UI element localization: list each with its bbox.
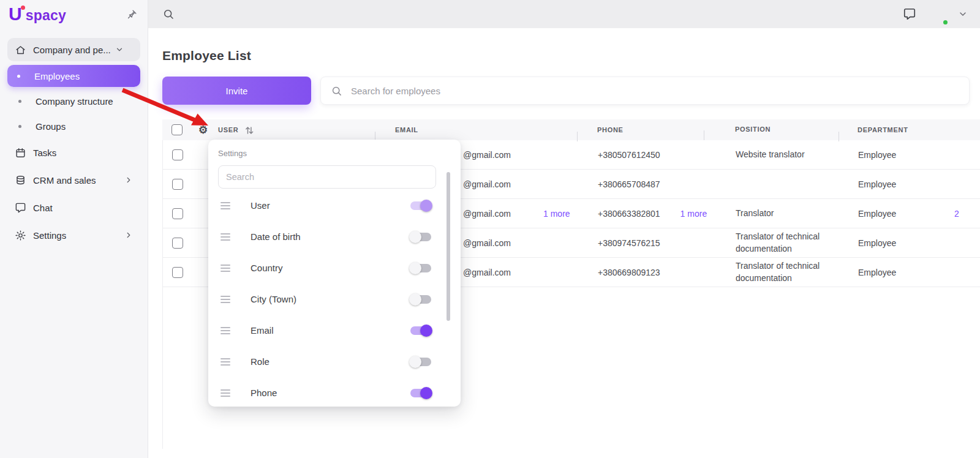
column-toggle-row-email: Email xyxy=(218,315,461,346)
table-header: ⚙ USER EMAIL PHONE POSITION DEPARTMENT xyxy=(162,119,980,140)
department-cell: Employee xyxy=(839,150,944,160)
sidebar-item-label: Company structure xyxy=(36,96,113,107)
row-checkbox[interactable] xyxy=(172,208,183,219)
position-cell: Website translator xyxy=(704,149,839,161)
sidebar-item-crm-and-sales[interactable]: CRM and sales xyxy=(7,168,140,192)
popup-column-list: User Date of birth Country City (Town) E… xyxy=(218,190,461,407)
page-title: Employee List xyxy=(162,48,980,63)
email-cell: @gmail.com xyxy=(463,238,511,248)
sidebar-item-label: CRM and sales xyxy=(33,175,96,186)
column-label: City (Town) xyxy=(251,294,410,304)
gear-icon xyxy=(15,230,26,241)
toggle-country[interactable] xyxy=(410,264,431,272)
position-cell: Translator of technical documentation xyxy=(704,231,839,255)
toggle-date-of-birth[interactable] xyxy=(410,233,431,241)
phone-cell: +380669809123 xyxy=(598,268,660,277)
global-search-icon[interactable] xyxy=(162,8,175,20)
toolbar: Invite xyxy=(162,77,980,105)
employee-search-input[interactable] xyxy=(350,85,959,97)
extra-count-link[interactable]: 2 xyxy=(954,209,959,219)
sidebar-item-tasks[interactable]: Tasks xyxy=(7,140,140,165)
messages-icon[interactable] xyxy=(903,7,916,21)
department-cell: Employee xyxy=(839,238,944,248)
sidebar-item-label: Groups xyxy=(36,121,66,132)
drag-handle-icon[interactable] xyxy=(221,265,230,272)
popup-title: Settings xyxy=(218,149,461,158)
header-department: DEPARTMENT xyxy=(858,126,908,133)
column-label: Role xyxy=(251,356,410,367)
column-label: Email xyxy=(251,325,410,336)
department-cell: Employee xyxy=(839,268,944,277)
logo-dot-icon xyxy=(21,6,25,10)
sidebar-nav: Company and pe... Employees Company stru… xyxy=(0,28,148,247)
employee-search xyxy=(320,77,970,105)
chevron-right-icon xyxy=(124,231,133,239)
phone-cell: +380663382801 xyxy=(598,209,660,219)
logo-letter: U xyxy=(9,5,22,23)
bullet-icon xyxy=(18,100,21,103)
column-label: Country xyxy=(251,263,410,273)
position-cell: Translator of technical documentation xyxy=(704,260,839,284)
drag-handle-icon[interactable] xyxy=(221,296,230,303)
row-checkbox[interactable] xyxy=(172,238,183,249)
sidebar-item-settings[interactable]: Settings xyxy=(7,223,140,247)
topbar xyxy=(148,0,980,28)
invite-button[interactable]: Invite xyxy=(162,77,311,105)
select-all-checkbox[interactable] xyxy=(172,124,183,135)
sidebar-item-chat[interactable]: Chat xyxy=(7,195,140,220)
drag-handle-icon[interactable] xyxy=(221,202,230,209)
popup-search-input[interactable] xyxy=(218,165,436,189)
chevron-right-icon xyxy=(124,176,133,184)
column-toggle-row-country: Country xyxy=(218,252,461,283)
account-menu-chevron-icon[interactable] xyxy=(958,9,968,19)
header-position: POSITION xyxy=(735,126,771,133)
chevron-down-icon xyxy=(115,45,124,54)
logo-text: spacy xyxy=(26,7,66,24)
header-user: USER xyxy=(218,126,238,133)
column-toggle-row-date-of-birth: Date of birth xyxy=(218,221,461,252)
toggle-city[interactable] xyxy=(410,295,431,304)
toggle-role[interactable] xyxy=(410,358,431,366)
toggle-email[interactable] xyxy=(410,326,431,335)
email-cell: @gmail.com xyxy=(463,268,511,277)
column-settings-gear-icon[interactable]: ⚙ xyxy=(198,125,208,135)
drag-handle-icon[interactable] xyxy=(221,327,230,334)
drag-handle-icon[interactable] xyxy=(221,358,230,366)
row-checkbox[interactable] xyxy=(172,267,183,278)
bullet-icon xyxy=(18,125,21,128)
department-cell: Employee xyxy=(839,209,944,219)
logo-row: U spacy xyxy=(0,0,148,28)
row-checkbox[interactable] xyxy=(172,179,183,190)
sidebar-item-label: Settings xyxy=(33,230,66,241)
header-phone: PHONE xyxy=(597,126,624,133)
drag-handle-icon[interactable] xyxy=(221,233,230,241)
home-icon xyxy=(15,44,26,56)
sidebar-item-company-and-people[interactable]: Company and pe... xyxy=(7,38,140,61)
search-icon xyxy=(331,85,342,97)
pin-sidebar-icon[interactable] xyxy=(126,9,138,20)
column-settings-popup: Settings User Date of birth Country City… xyxy=(208,140,461,407)
email-cell: @gmail.com xyxy=(463,150,511,160)
email-more-link[interactable]: 1 more xyxy=(543,209,570,219)
row-checkbox[interactable] xyxy=(172,149,183,160)
sidebar-item-employees[interactable]: Employees xyxy=(7,65,140,87)
sidebar-item-company-structure[interactable]: Company structure xyxy=(7,90,140,112)
sort-icon[interactable] xyxy=(243,124,255,135)
bullet-icon xyxy=(17,75,20,78)
user-avatar[interactable] xyxy=(926,3,948,25)
sidebar-item-groups[interactable]: Groups xyxy=(7,115,140,137)
online-status-dot xyxy=(942,19,949,26)
phone-more-link[interactable]: 1 more xyxy=(680,209,707,219)
column-label: User xyxy=(251,200,410,211)
column-toggle-row-phone: Phone xyxy=(218,377,461,407)
toggle-user[interactable] xyxy=(410,201,431,210)
toggle-phone[interactable] xyxy=(410,389,431,397)
uspacy-logo[interactable]: U spacy xyxy=(9,5,66,24)
sidebar: U spacy Company and pe... Employees xyxy=(0,0,148,458)
column-toggle-row-role: Role xyxy=(218,346,461,377)
chat-icon xyxy=(15,202,26,214)
column-label: Date of birth xyxy=(251,231,410,242)
topbar-right xyxy=(903,3,968,25)
popup-scrollbar[interactable] xyxy=(447,172,450,321)
drag-handle-icon[interactable] xyxy=(221,389,230,397)
